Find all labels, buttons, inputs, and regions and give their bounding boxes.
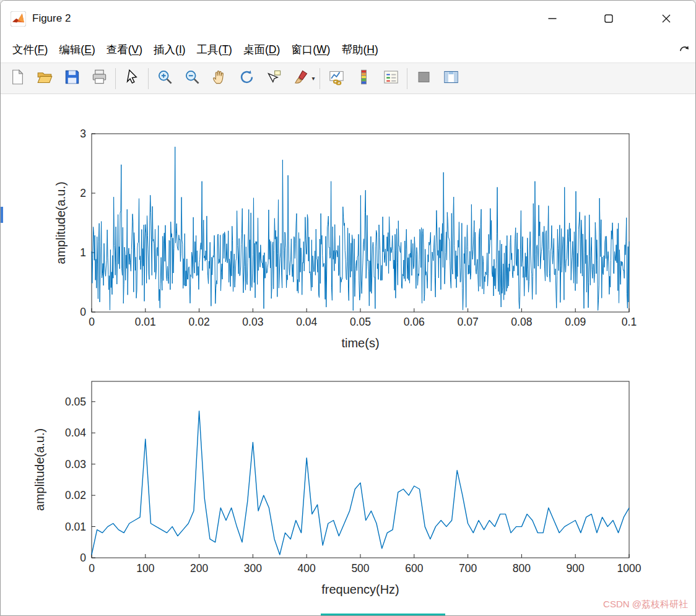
brush-icon [293,69,310,88]
menu-mnemonic: W [316,43,327,56]
tool-show-plot-tools-button[interactable] [437,66,464,91]
menu-bar: 文件(F)编辑(E)查看(V)插入(I)工具(T)桌面(D)窗口(W)帮助(H) [1,37,695,63]
minimize-icon [547,14,557,24]
tool-pointer-arrow-button[interactable] [118,66,146,91]
x-tick-label: 0.02 [189,316,210,328]
x-tick-label: 0.05 [350,316,371,328]
x-tick-label: 0.1 [622,316,637,328]
y-tick-label: 0.01 [65,521,86,533]
print-icon [91,69,108,88]
dropdown-caret-icon[interactable]: ▾ [310,75,317,82]
tool-rotate-3d-button[interactable] [233,66,260,91]
open-folder-icon [37,69,53,88]
maximize-icon [604,14,614,24]
save-icon [64,69,80,88]
y-axis-label: amplitude(a.u.) [54,181,67,264]
menu-label-pre: 文件( [12,43,38,56]
menu-item-insert[interactable]: 插入(I) [148,42,191,57]
zoom-in-icon [157,69,173,88]
menu-item-view[interactable]: 查看(V) [101,42,148,57]
menu-label-post: ) [182,43,186,56]
y-tick-label: 3 [80,128,86,140]
tool-zoom-out-button[interactable] [178,66,206,91]
tool-new-document-button[interactable] [4,66,31,91]
tool-open-folder-button[interactable] [31,66,58,91]
maximize-button[interactable] [591,1,627,37]
menu-item-desktop[interactable]: 桌面(D) [238,42,285,57]
hide-plot-tools-icon [415,69,432,88]
matlab-figure-icon [11,11,26,27]
x-tick-label: 0 [89,316,95,328]
figure-window: Figure 2 文件(F)编辑(E)查看(V)插入(I)工具(T)桌面(D)窗… [0,0,696,616]
menu-label-post: ) [92,43,95,56]
tool-pan-hand-button[interactable] [206,66,233,91]
menu-item-file[interactable]: 文件(F) [7,42,53,57]
x-tick-label: 0.03 [242,316,263,328]
x-axis-label: time(s) [341,336,379,350]
x-tick-label: 0 [89,562,95,575]
tool-save-button[interactable] [58,66,85,91]
menu-item-edit[interactable]: 编辑(E) [53,42,100,57]
menu-label-post: ) [139,43,142,56]
y-tick-label: 0.04 [65,427,86,439]
menu-label-pre: 窗口( [291,43,316,56]
menu-label-pre: 查看( [107,43,132,56]
menu-label-post: ) [45,43,48,56]
tool-print-button[interactable] [85,66,113,91]
time-signal-line [92,147,629,311]
menu-mnemonic: E [84,43,92,56]
menu-label-post: ) [327,43,331,56]
y-tick-label: 0.05 [65,396,86,408]
toolbar-separator [148,68,149,89]
x-axis-label: frequency(Hz) [321,583,399,596]
x-tick-label: 400 [298,562,316,575]
tool-insert-legend-button[interactable] [377,66,404,91]
x-tick-label: 600 [405,562,423,575]
figure-canvas: 00.010.020.030.040.050.060.070.080.090.1… [1,94,696,616]
y-tick-label: 0 [80,552,86,564]
x-tick-label: 200 [190,562,208,575]
y-tick-label: 0.03 [65,458,86,471]
menu-item-help[interactable]: 帮助(H) [336,42,383,57]
watermark: CSDN @荔枝科研社 [603,599,688,610]
tool-zoom-in-button[interactable] [151,66,178,91]
x-tick-label: 100 [136,562,154,575]
y-tick-label: 2 [80,187,86,199]
insert-colorbar-icon [355,69,372,88]
toolbar-separator [407,68,407,89]
x-tick-label: 700 [459,562,477,575]
close-icon [661,13,672,24]
taskbar-sliver [321,614,445,616]
menu-mnemonic: F [38,43,45,56]
menu-label-pre: 编辑( [59,43,84,56]
window-title: Figure 2 [32,12,71,25]
show-plot-tools-icon [443,69,459,88]
y-tick-label: 0.02 [65,489,86,501]
menu-label-pre: 帮助( [341,43,367,56]
y-tick-label: 0 [80,306,86,318]
menu-label-pre: 插入( [154,43,179,56]
close-button[interactable] [648,1,684,37]
menu-mnemonic: V [132,43,139,56]
menu-label-pre: 桌面( [243,43,269,56]
tool-data-cursor-button[interactable] [260,66,287,91]
x-tick-label: 0.01 [135,316,156,328]
menu-label-pre: 工具( [197,43,222,56]
link-plot-icon [328,69,345,88]
tool-link-plot-button[interactable] [323,66,350,91]
x-tick-label: 300 [244,562,262,575]
x-tick-label: 800 [513,562,531,575]
x-tick-label: 0.07 [458,316,479,328]
dock-arrow-icon[interactable] [679,44,690,55]
tool-hide-plot-tools-button[interactable] [410,66,437,91]
tool-insert-colorbar-button[interactable] [350,66,377,91]
left-edge-sliver [1,207,3,223]
minimize-button[interactable] [534,1,570,37]
menu-label-post: ) [228,43,232,56]
menu-item-tools[interactable]: 工具(T) [191,42,238,57]
menu-item-window[interactable]: 窗口(W) [285,42,336,57]
zoom-out-icon [184,69,201,88]
menu-label-post: ) [276,43,280,56]
menu-mnemonic: T [222,43,228,56]
chart-1-axes: 0100200300400500600700800900100000.010.0… [33,381,642,596]
